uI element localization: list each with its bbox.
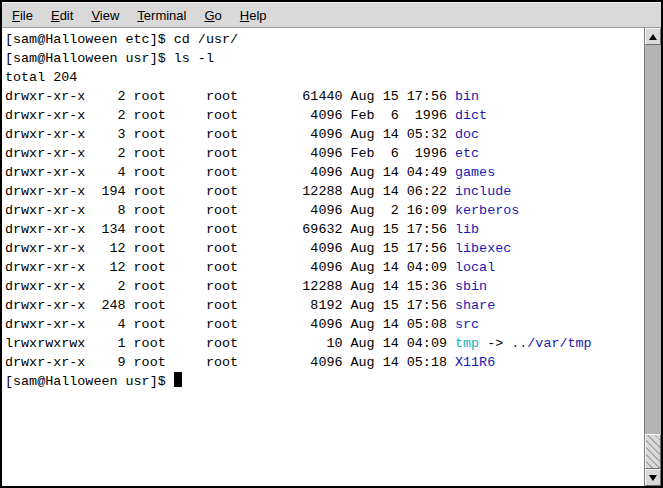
terminal-line: total 204 (5, 68, 644, 87)
menu-item-help[interactable]: Help (231, 4, 276, 27)
menu-item-file[interactable]: File (3, 4, 42, 27)
menu-item-label: iew (100, 8, 120, 23)
directory-name: lib (455, 222, 479, 237)
directory-name: ../var/tmp (511, 336, 591, 351)
terminal-text: drwxr-xr-x 194 root root 12288 Aug 14 06… (5, 184, 455, 199)
directory-name: share (455, 298, 495, 313)
symlink-name: tmp (455, 336, 479, 351)
up-arrow-icon (649, 34, 657, 40)
menu-item-mnemonic: V (91, 8, 99, 23)
terminal-line: drwxr-xr-x 2 root root 12288 Aug 14 15:3… (5, 277, 644, 296)
directory-name: libexec (455, 241, 511, 256)
terminal-text: drwxr-xr-x 12 root root 4096 Aug 15 17:5… (5, 241, 455, 256)
terminal-line: [sam@Halloween usr]$ (5, 372, 644, 391)
terminal-text: drwxr-xr-x 12 root root 4096 Aug 14 04:0… (5, 260, 455, 275)
terminal-line: drwxr-xr-x 194 root root 12288 Aug 14 06… (5, 182, 644, 201)
menu-item-view[interactable]: View (82, 4, 128, 27)
directory-name: local (455, 260, 495, 275)
scrollbar-thumb[interactable] (645, 434, 661, 469)
directory-name: etc (455, 146, 479, 161)
terminal-text: [sam@Halloween etc]$ cd /usr/ (5, 32, 238, 47)
terminal-text: [sam@Halloween usr]$ (5, 374, 174, 389)
terminal-line: lrwxrwxrwx 1 root root 10 Aug 14 04:09 t… (5, 334, 644, 353)
directory-name: src (455, 317, 479, 332)
terminal-text: total 204 (5, 70, 77, 85)
menu-item-label: ile (20, 8, 33, 23)
terminal-text: -> (479, 336, 511, 351)
terminal-window: FileEditViewTerminalGoHelp [sam@Hallowee… (0, 0, 663, 488)
menu-item-mnemonic: H (240, 8, 249, 23)
terminal-text: drwxr-xr-x 134 root root 69632 Aug 15 17… (5, 222, 455, 237)
directory-name: doc (455, 127, 479, 142)
terminal-line: drwxr-xr-x 12 root root 4096 Aug 15 17:5… (5, 239, 644, 258)
terminal-line: [sam@Halloween etc]$ cd /usr/ (5, 30, 644, 49)
directory-name: kerberos (455, 203, 519, 218)
menu-item-edit[interactable]: Edit (42, 4, 82, 27)
terminal-line: drwxr-xr-x 12 root root 4096 Aug 14 04:0… (5, 258, 644, 277)
terminal-line: [sam@Halloween usr]$ ls -l (5, 49, 644, 68)
terminal-text: [sam@Halloween usr]$ ls -l (5, 51, 214, 66)
scroll-down-button[interactable] (645, 469, 661, 486)
menu-item-mnemonic: E (51, 8, 60, 23)
menu-item-label: o (215, 8, 222, 23)
terminal-text: drwxr-xr-x 2 root root 4096 Feb 6 1996 (5, 146, 455, 161)
menu-item-label: erminal (144, 8, 187, 23)
directory-name: include (455, 184, 511, 199)
menu-item-label: dit (60, 8, 74, 23)
terminal-text: lrwxrwxrwx 1 root root 10 Aug 14 04:09 (5, 336, 455, 351)
directory-name: X11R6 (455, 355, 495, 370)
terminal-line: drwxr-xr-x 4 root root 4096 Aug 14 05:08… (5, 315, 644, 334)
terminal-screen[interactable]: [sam@Halloween etc]$ cd /usr/[sam@Hallow… (2, 28, 644, 486)
menu-item-terminal[interactable]: Terminal (128, 4, 195, 27)
menu-item-label: elp (249, 8, 266, 23)
scrollbar[interactable] (644, 28, 661, 486)
terminal-text: drwxr-xr-x 4 root root 4096 Aug 14 04:49 (5, 165, 455, 180)
scroll-up-button[interactable] (645, 28, 661, 45)
terminal-line: drwxr-xr-x 134 root root 69632 Aug 15 17… (5, 220, 644, 239)
terminal-content: [sam@Halloween etc]$ cd /usr/[sam@Hallow… (2, 28, 661, 486)
terminal-text: drwxr-xr-x 9 root root 4096 Aug 14 05:18 (5, 355, 455, 370)
terminal-line: drwxr-xr-x 9 root root 4096 Aug 14 05:18… (5, 353, 644, 372)
terminal-text: drwxr-xr-x 2 root root 12288 Aug 14 15:3… (5, 279, 455, 294)
terminal-text: drwxr-xr-x 8 root root 4096 Aug 2 16:09 (5, 203, 455, 218)
terminal-line: drwxr-xr-x 8 root root 4096 Aug 2 16:09 … (5, 201, 644, 220)
terminal-line: drwxr-xr-x 2 root root 4096 Feb 6 1996 e… (5, 144, 644, 163)
terminal-text: drwxr-xr-x 2 root root 61440 Aug 15 17:5… (5, 89, 455, 104)
directory-name: games (455, 165, 495, 180)
terminal-text: drwxr-xr-x 2 root root 4096 Feb 6 1996 (5, 108, 455, 123)
directory-name: sbin (455, 279, 487, 294)
terminal-cursor (174, 372, 182, 387)
scrollbar-trough[interactable] (645, 45, 661, 469)
terminal-line: drwxr-xr-x 2 root root 61440 Aug 15 17:5… (5, 87, 644, 106)
terminal-line: drwxr-xr-x 2 root root 4096 Feb 6 1996 d… (5, 106, 644, 125)
terminal-line: drwxr-xr-x 248 root root 8192 Aug 15 17:… (5, 296, 644, 315)
terminal-line: drwxr-xr-x 4 root root 4096 Aug 14 04:49… (5, 163, 644, 182)
directory-name: bin (455, 89, 479, 104)
terminal-text: drwxr-xr-x 4 root root 4096 Aug 14 05:08 (5, 317, 455, 332)
down-arrow-icon (649, 475, 657, 481)
menu-item-mnemonic: F (12, 8, 20, 23)
terminal-line: drwxr-xr-x 3 root root 4096 Aug 14 05:32… (5, 125, 644, 144)
menu-item-go[interactable]: Go (195, 4, 230, 27)
menu-bar: FileEditViewTerminalGoHelp (2, 2, 661, 28)
directory-name: dict (455, 108, 487, 123)
terminal-text: drwxr-xr-x 3 root root 4096 Aug 14 05:32 (5, 127, 455, 142)
menu-item-mnemonic: G (204, 8, 214, 23)
terminal-text: drwxr-xr-x 248 root root 8192 Aug 15 17:… (5, 298, 455, 313)
